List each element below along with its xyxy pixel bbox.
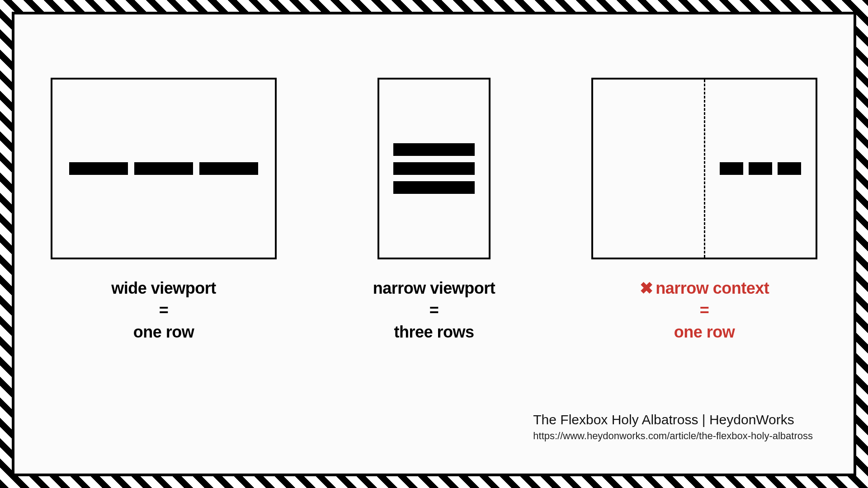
narrow-viewport-caption: narrow viewport = three rows [373, 277, 495, 343]
wide-viewport-box [51, 78, 277, 259]
narrow-context-box [591, 78, 817, 259]
content-block [393, 143, 475, 156]
narrow-viewport-box [377, 78, 491, 259]
content-right-pane [705, 80, 816, 258]
attribution-block: The Flexbox Holy Albatross | HeydonWorks… [533, 412, 813, 442]
content-block [134, 162, 193, 175]
content-block [720, 162, 743, 175]
slide-inner: wide viewport = one row narrow viewport … [12, 12, 856, 476]
content-block [199, 162, 258, 175]
caption-line: wide viewport [111, 277, 216, 300]
caption-line: narrow viewport [373, 277, 495, 300]
caption-line: one row [111, 321, 216, 343]
content-block [749, 162, 772, 175]
caption-text: narrow context [656, 279, 769, 297]
content-block [393, 162, 475, 175]
content-block [778, 162, 801, 175]
panel-wide-viewport: wide viewport = one row [51, 78, 277, 343]
caption-equals: = [640, 300, 769, 322]
caption-line: one row [640, 321, 769, 343]
diagram-row: wide viewport = one row narrow viewport … [51, 78, 817, 343]
attribution-url: https://www.heydonworks.com/article/the-… [533, 430, 813, 442]
panel-narrow-viewport: narrow viewport = three rows [373, 78, 495, 343]
striped-border-frame: wide viewport = one row narrow viewport … [0, 0, 868, 488]
content-block [69, 162, 128, 175]
caption-equals: = [111, 300, 216, 322]
cross-icon: ✖ [640, 277, 653, 300]
attribution-title: The Flexbox Holy Albatross | HeydonWorks [533, 412, 813, 427]
content-block [393, 181, 475, 194]
caption-line: ✖narrow context [640, 277, 769, 300]
narrow-context-caption: ✖narrow context = one row [640, 277, 769, 343]
wide-viewport-caption: wide viewport = one row [111, 277, 216, 343]
panel-narrow-context: ✖narrow context = one row [591, 78, 817, 343]
caption-line: three rows [373, 321, 495, 343]
caption-equals: = [373, 300, 495, 322]
empty-left-pane [593, 80, 705, 258]
